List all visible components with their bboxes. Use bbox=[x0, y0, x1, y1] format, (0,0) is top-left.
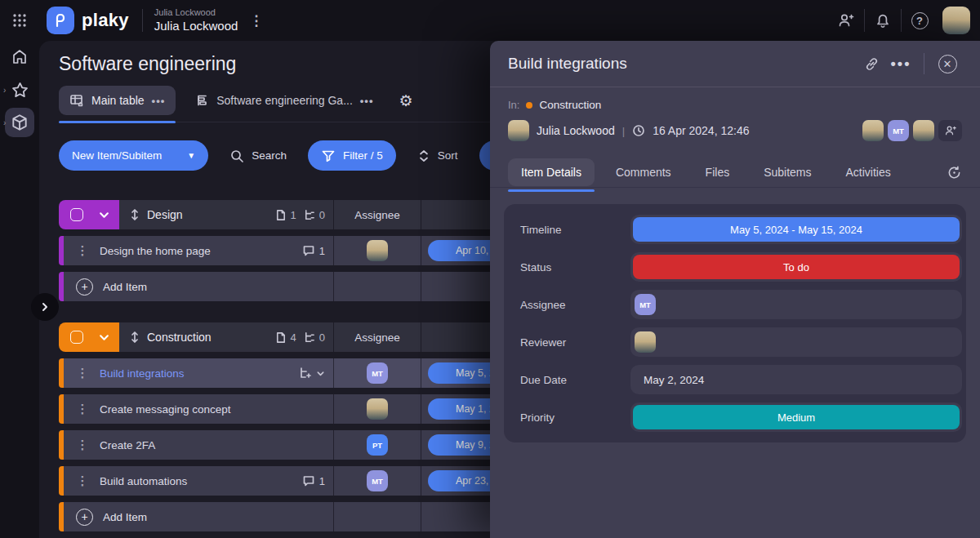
field-label: Timeline bbox=[504, 224, 630, 236]
sidebar-item-boards[interactable]: › bbox=[0, 106, 39, 139]
row-menu-icon[interactable]: ⋮ bbox=[72, 438, 93, 452]
help-icon[interactable]: ? bbox=[902, 0, 938, 41]
field-row-timeline: Timeline May 5, 2024 - May 15, 2024 bbox=[504, 215, 962, 244]
comment-icon bbox=[302, 474, 315, 487]
panel-group-name[interactable]: Construction bbox=[539, 99, 601, 111]
meta-separator: | bbox=[622, 125, 625, 137]
add-subitem-control[interactable] bbox=[298, 367, 325, 380]
sort-label: Sort bbox=[438, 149, 458, 162]
item-title[interactable]: Build integrations bbox=[100, 367, 185, 380]
tab-menu-icon[interactable]: ••• bbox=[360, 95, 374, 107]
panel-header-divider bbox=[924, 53, 924, 74]
field-label: Status bbox=[504, 261, 630, 273]
priority-value-pill[interactable]: Medium bbox=[633, 405, 960, 429]
add-member-button[interactable] bbox=[938, 120, 962, 141]
filter-button[interactable]: Filter / 5 bbox=[308, 140, 396, 171]
sidebar-expand-button[interactable] bbox=[31, 293, 59, 321]
drag-icon[interactable] bbox=[129, 331, 140, 344]
field-label: Reviewer bbox=[504, 336, 630, 349]
tab-item-details[interactable]: Item Details bbox=[508, 158, 595, 186]
tab-label: Main table bbox=[91, 94, 145, 107]
timeline-field[interactable]: May 5, 2024 - May 15, 2024 bbox=[630, 215, 962, 244]
filter-label: Filter / 5 bbox=[343, 149, 383, 162]
drag-icon[interactable] bbox=[129, 208, 140, 221]
reviewer-field[interactable] bbox=[630, 327, 962, 357]
close-panel-icon[interactable]: ✕ bbox=[933, 49, 962, 78]
column-header-assignee[interactable]: Assignee bbox=[354, 331, 400, 344]
member-badge[interactable]: MT bbox=[888, 120, 909, 141]
new-item-button[interactable]: New Item/Subitem ▼ bbox=[59, 140, 208, 171]
copy-link-icon[interactable] bbox=[857, 49, 886, 78]
tab-subitems[interactable]: Subitems bbox=[751, 158, 824, 186]
field-row-status: Status To do bbox=[504, 252, 962, 282]
assignee-badge[interactable]: PT bbox=[367, 434, 388, 456]
apps-grid-icon[interactable] bbox=[0, 0, 39, 41]
item-fields-card: Timeline May 5, 2024 - May 15, 2024 Stat… bbox=[504, 204, 966, 442]
column-header-assignee[interactable]: Assignee bbox=[354, 209, 400, 221]
sort-button[interactable]: Sort bbox=[417, 149, 458, 163]
group-checkbox[interactable] bbox=[70, 331, 83, 344]
item-title[interactable]: Create 2FA bbox=[100, 439, 155, 451]
tab-comments[interactable]: Comments bbox=[603, 158, 684, 186]
group-select-design[interactable] bbox=[59, 200, 119, 229]
group-color-dot bbox=[526, 102, 532, 109]
created-timestamp: 16 Apr 2024, 12:46 bbox=[653, 124, 749, 137]
assignee-avatar[interactable] bbox=[367, 398, 388, 420]
search-button[interactable]: Search bbox=[229, 149, 287, 163]
add-item-icon: + bbox=[76, 278, 93, 296]
assignee-badge[interactable]: MT bbox=[635, 294, 656, 315]
sidebar-item-home[interactable] bbox=[0, 41, 39, 73]
chevron-down-icon: ▼ bbox=[187, 151, 195, 160]
sync-icon[interactable] bbox=[947, 165, 962, 180]
author-avatar[interactable] bbox=[508, 120, 529, 141]
item-title[interactable]: Design the home page bbox=[100, 245, 211, 257]
due-date-field[interactable]: May 2, 2024 bbox=[630, 365, 962, 394]
comments-indicator[interactable]: 1 bbox=[302, 474, 325, 487]
chevron-down-icon[interactable] bbox=[99, 332, 109, 343]
sidebar-item-favorites[interactable]: › bbox=[0, 73, 39, 106]
assignee-field[interactable]: MT bbox=[630, 290, 962, 319]
comments-indicator[interactable]: 1 bbox=[302, 244, 325, 257]
invite-user-icon[interactable] bbox=[828, 0, 864, 41]
status-field[interactable]: To do bbox=[630, 252, 962, 282]
row-menu-icon[interactable]: ⋮ bbox=[72, 366, 93, 380]
panel-menu-icon[interactable]: ••• bbox=[886, 49, 915, 78]
priority-field[interactable]: Medium bbox=[630, 402, 962, 432]
tab-menu-icon[interactable]: ••• bbox=[152, 95, 166, 107]
author-name: Julia Lockwood bbox=[537, 124, 615, 137]
assignee-avatar[interactable] bbox=[367, 240, 388, 261]
assignee-badge[interactable]: MT bbox=[367, 362, 388, 384]
reviewer-avatar[interactable] bbox=[635, 331, 656, 353]
plaky-logo-icon[interactable] bbox=[47, 7, 74, 34]
item-title[interactable]: Create messaging concept bbox=[100, 403, 231, 416]
board-settings-icon[interactable]: ⚙ bbox=[399, 91, 412, 110]
tab-main-table[interactable]: Main table ••• bbox=[59, 86, 176, 115]
group-select-construction[interactable] bbox=[59, 322, 119, 352]
field-label: Priority bbox=[504, 411, 630, 424]
item-title[interactable]: Build automations bbox=[100, 475, 187, 487]
group-name[interactable]: Construction bbox=[147, 331, 212, 344]
panel-header: Build integrations ••• ✕ bbox=[490, 41, 980, 87]
tab-gantt[interactable]: Software engineering Ga... ••• bbox=[184, 86, 384, 115]
row-menu-icon[interactable]: ⋮ bbox=[72, 243, 93, 258]
subitems-count-icon bbox=[303, 331, 315, 344]
member-avatar[interactable] bbox=[913, 120, 934, 141]
panel-meta: In: Construction Julia Lockwood | 16 Apr… bbox=[490, 87, 980, 151]
boards-active-highlight bbox=[5, 108, 34, 137]
notifications-icon[interactable] bbox=[865, 0, 901, 41]
row-menu-icon[interactable]: ⋮ bbox=[72, 474, 93, 488]
tab-activities[interactable]: Activities bbox=[833, 158, 904, 186]
group-checkbox[interactable] bbox=[70, 208, 83, 221]
status-value-pill[interactable]: To do bbox=[633, 255, 960, 279]
row-menu-icon[interactable]: ⋮ bbox=[72, 402, 93, 416]
field-row-assignee: Assignee MT bbox=[504, 290, 962, 319]
assignee-badge[interactable]: MT bbox=[367, 470, 388, 491]
timeline-value-pill[interactable]: May 5, 2024 - May 15, 2024 bbox=[633, 217, 960, 242]
chevron-down-icon[interactable] bbox=[99, 210, 109, 220]
workspace-switcher[interactable]: Julia Lockwood Julia Lockwood bbox=[154, 7, 238, 34]
group-name[interactable]: Design bbox=[147, 208, 183, 221]
user-avatar[interactable] bbox=[942, 7, 970, 34]
member-avatar[interactable] bbox=[862, 120, 884, 141]
workspace-menu-icon[interactable]: ⋮ bbox=[238, 12, 275, 29]
tab-files[interactable]: Files bbox=[693, 158, 743, 186]
